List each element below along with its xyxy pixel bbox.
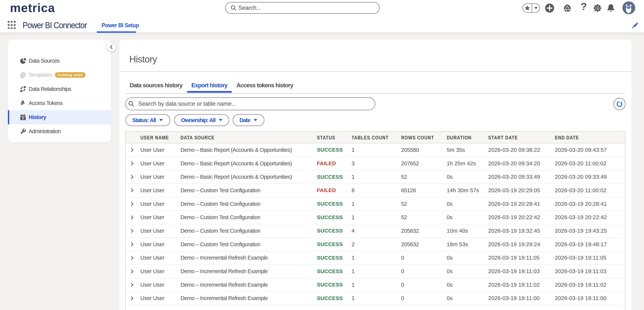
cell-end-date: 2026-03-19 19:11:02 [555,282,625,288]
cell-user-name: User User [140,174,180,180]
cell-data-source: Demo – Basic Report (Accounts & Opportun… [180,147,317,153]
tab-access-tokens-history[interactable]: Access tokens history [232,81,298,93]
table-row: User User Demo – Basic Report (Accounts … [126,157,625,170]
bell-icon [607,4,614,12]
global-search-input[interactable] [238,4,376,11]
calendar-7-icon [20,114,26,120]
table-row: User User Demo – Basic Report (Accounts … [126,170,625,184]
row-expand-chevron-icon[interactable] [130,215,134,220]
sidebar-nav: Data Sources Templates Coming soon Data … [8,39,111,142]
cell-tables-count: 1 [352,201,401,207]
title-divider [119,71,632,72]
cell-tables-count: 1 [352,268,401,275]
cell-rows-count: 0 [401,268,447,275]
row-expand-chevron-icon[interactable] [130,188,134,193]
sidebar-collapse-button[interactable] [107,42,116,51]
cell-status: SUCCESS [317,214,352,220]
row-expand-chevron-icon[interactable] [130,148,134,152]
cell-tables-count: 1 [352,174,401,180]
row-expand-chevron-icon[interactable] [130,256,134,260]
edit-pencil-icon[interactable] [632,22,638,29]
row-expand-chevron-icon[interactable] [130,161,134,166]
table-row: User User Demo – Custom Test Configurati… [126,184,625,197]
filter-chips: Status: AllOwnership: AllDate [126,114,264,126]
sidebar-item-access-tokens[interactable]: Access Tokens [8,96,111,110]
row-expand-chevron-icon[interactable] [130,269,134,274]
row-expand-chevron-icon[interactable] [130,175,134,179]
filter-chip-status[interactable]: Status: All [126,114,170,126]
table-row: User User Demo – Custom Test Configurati… [126,211,625,224]
cell-tables-count: 6 [352,187,401,193]
column-header: DURATION [447,135,482,141]
cell-rows-count: 205632 [401,228,447,234]
cell-duration: 0s [447,174,488,180]
user-avatar[interactable] [622,1,635,14]
cell-status: SUCCESS [317,241,352,247]
setup-gear-icon[interactable] [594,4,602,13]
sidebar-item-data-relationships[interactable]: Data Relationships [8,82,111,96]
row-expand-chevron-icon[interactable] [130,242,134,247]
notifications-bell-icon[interactable] [607,4,614,13]
cell-tables-count: 4 [352,228,401,234]
trailhead-icon[interactable] [564,4,571,12]
header-shadow [0,32,644,36]
add-button[interactable] [545,3,554,13]
cell-status: SUCCESS [317,201,352,207]
cell-user-name: User User [140,268,180,275]
favorites-caret-icon[interactable] [532,7,540,9]
cell-end-date: 2026-03-20 09:33:49 [555,174,625,180]
cell-data-source: Demo – Custom Test Configuration [180,187,317,193]
cell-user-name: User User [140,160,180,167]
row-expand-chevron-icon[interactable] [130,202,134,206]
cell-duration: 0s [447,201,488,207]
sidebar-item-administration[interactable]: Administration [8,124,111,139]
cell-end-date: 2026-03-19 19:48:17 [555,241,625,248]
row-expand-chevron-icon[interactable] [130,229,134,233]
global-search [225,2,380,14]
cell-start-date: 2026-03-19 20:29:05 [488,187,555,193]
cell-rows-count: 65126 [401,187,447,193]
cell-end-date: 2026-03-19 19:11:03 [555,268,625,275]
chevron-down-icon [219,119,222,121]
cell-duration: 5m 35s [447,147,488,153]
refresh-button[interactable] [614,98,626,110]
table-row: User User Demo – Incremental Refresh Exa… [126,251,625,265]
tab-data-sources-history[interactable]: Data sources history [125,81,187,93]
favorites-star-icon[interactable] [523,5,532,11]
tab-export-history[interactable]: Export history [187,81,232,93]
tab-power-bi-setup[interactable]: Power BI Setup [97,21,136,33]
pie-chart-icon [20,58,26,64]
cell-start-date: 2026-03-20 09:34:20 [488,160,555,167]
row-expand-chevron-icon[interactable] [130,283,134,287]
tabs-divider [125,93,625,94]
cell-data-source: Demo – Basic Report (Accounts & Opportun… [180,160,317,167]
sidebar-item-history[interactable]: History [8,110,111,124]
sync-squares-icon [20,86,26,92]
column-header: USER NAME [140,135,174,141]
filter-chip-date[interactable]: Date [233,114,264,126]
sidebar-item-templates[interactable]: Templates Coming soon [8,68,111,82]
table-header-row: USER NAMEDATA SOURCESTATUSTABLES COUNTRO… [126,132,625,143]
cell-user-name: User User [140,255,180,261]
app-title: Power BI Connector [22,21,87,29]
cell-start-date: 2026-03-20 09:38:22 [488,147,555,153]
cell-data-source: Demo – Custom Test Configuration [180,214,317,220]
help-icon[interactable]: ? [581,1,587,11]
cell-status: SUCCESS [317,147,352,153]
cell-status: SUCCESS [317,255,352,261]
table-row: User User Demo – Incremental Refresh Exa… [126,278,625,292]
cell-duration: 0s [447,214,488,220]
metrica-logo: metrica [10,2,55,14]
app-launcher-icon[interactable] [8,21,16,29]
cell-data-source: Demo – Incremental Refresh Example [180,295,317,301]
cell-start-date: 2026-03-20 09:33:49 [488,174,555,180]
cell-status: SUCCESS [317,295,352,301]
sidebar-item-data-sources[interactable]: Data Sources [8,54,111,68]
filter-chip-ownership[interactable]: Ownership: All [174,114,229,126]
active-tab-underline [187,91,232,93]
history-table: USER NAMEDATA SOURCESTATUSTABLES COUNTRO… [125,131,625,310]
favorites-button[interactable] [522,3,540,12]
row-expand-chevron-icon[interactable] [130,296,134,301]
cell-end-date: 2026-03-19 19:11:00 [555,295,625,301]
table-search-input[interactable] [138,100,371,107]
